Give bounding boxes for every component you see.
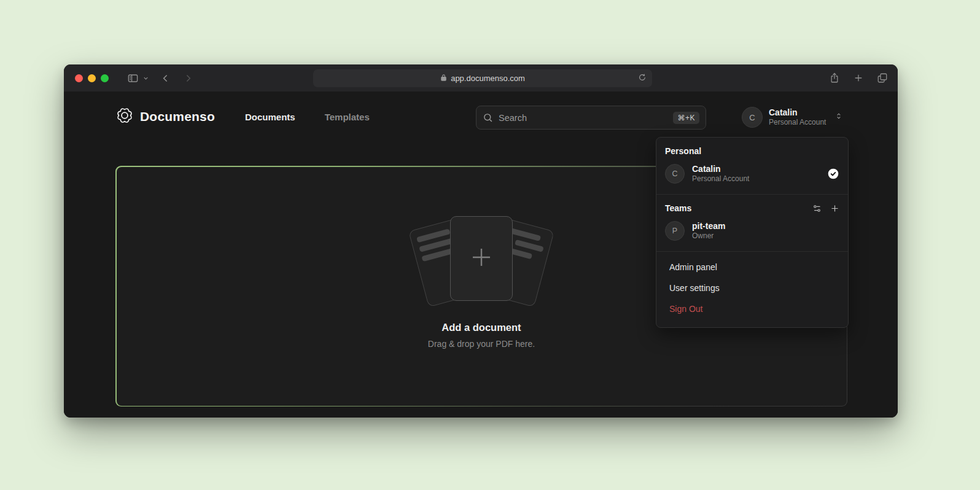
main-nav: Documents Templates: [245, 112, 370, 122]
app-content: Documenso Documents Templates ⌘+K C Cata…: [64, 91, 898, 418]
url-text: app.documenso.com: [451, 74, 525, 83]
tab-group-chevron-icon[interactable]: [142, 75, 149, 82]
browser-toolbar: app.documenso.com: [64, 64, 898, 91]
personal-account-subtitle: Personal Account: [692, 174, 749, 184]
address-bar[interactable]: app.documenso.com: [313, 69, 652, 87]
team-name: pit-team: [692, 221, 725, 231]
profile-dropdown-menu: Personal C Catalin Personal Account: [656, 137, 849, 328]
profile-menu-trigger[interactable]: C Catalin Personal Account: [742, 107, 843, 128]
search-shortcut-badge: ⌘+K: [673, 112, 699, 124]
reload-icon[interactable]: [638, 73, 647, 84]
personal-section-header: Personal: [665, 146, 701, 156]
dropzone-subtitle: Drag & drop your PDF here.: [428, 339, 535, 349]
search-icon: [483, 112, 493, 123]
empty-state-cards-illustration: [414, 215, 549, 308]
personal-account-name: Catalin: [692, 164, 749, 174]
plus-icon: [469, 244, 494, 273]
browser-window: app.documenso.com: [64, 64, 898, 418]
menu-item-admin-panel[interactable]: Admin panel: [656, 257, 848, 278]
check-circle-icon: [827, 168, 839, 180]
team-role: Owner: [692, 231, 725, 241]
forward-button[interactable]: [183, 73, 193, 84]
sidebar-toggle-icon[interactable]: [127, 72, 139, 84]
new-tab-icon[interactable]: [854, 73, 863, 83]
manage-teams-icon[interactable]: [812, 204, 822, 213]
dropzone-title: Add a document: [441, 322, 521, 333]
minimize-window-button[interactable]: [88, 74, 96, 82]
brand-name: Documenso: [140, 109, 215, 124]
personal-section: Personal C Catalin Personal Account: [656, 138, 848, 194]
zoom-window-button[interactable]: [101, 74, 109, 82]
menu-item-user-settings[interactable]: User settings: [656, 278, 848, 298]
teams-section-header: Teams: [665, 203, 691, 213]
chevrons-up-down-icon: [834, 112, 843, 123]
personal-account-avatar: C: [665, 164, 685, 184]
documenso-seal-logo-icon: [115, 106, 134, 127]
share-icon[interactable]: [829, 72, 840, 84]
menu-item-sign-out[interactable]: Sign Out: [656, 298, 848, 319]
team-item[interactable]: P pit-team Owner: [656, 218, 848, 244]
lock-icon: [440, 74, 447, 84]
traffic-lights: [75, 74, 109, 82]
search-input[interactable]: [499, 113, 667, 123]
avatar: C: [742, 107, 763, 128]
profile-subtitle: Personal Account: [769, 118, 826, 127]
back-button[interactable]: [160, 73, 171, 84]
close-window-button[interactable]: [75, 74, 83, 82]
teams-section: Teams P pit-t: [656, 195, 848, 251]
brand[interactable]: Documenso: [115, 106, 215, 127]
create-team-icon[interactable]: [830, 204, 839, 213]
search-box[interactable]: ⌘+K: [476, 106, 706, 130]
team-avatar: P: [665, 221, 685, 241]
nav-documents[interactable]: Documents: [245, 112, 295, 122]
personal-account-item[interactable]: C Catalin Personal Account: [656, 161, 848, 187]
menu-actions: Admin panel User settings Sign Out: [656, 252, 848, 327]
nav-templates[interactable]: Templates: [325, 112, 370, 122]
tab-overview-icon[interactable]: [877, 72, 888, 84]
document-card-add: [450, 216, 513, 301]
profile-name: Catalin: [769, 107, 826, 118]
